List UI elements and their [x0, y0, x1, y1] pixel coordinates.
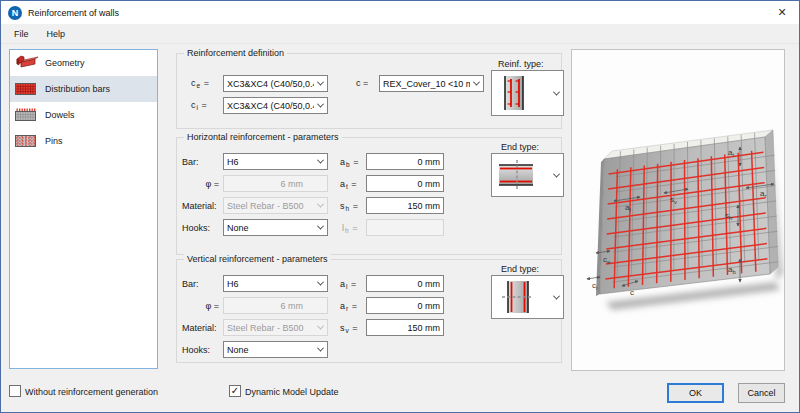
ce-combobox[interactable]: XC3&XC4 (C40/50,0.4 [223, 75, 328, 92]
without-reinforcement-label: Without reinforcement generation [25, 387, 158, 397]
dowels-icon [14, 106, 38, 124]
reinf-type-label: Reinf. type: [498, 59, 544, 69]
chevron-down-icon[interactable] [314, 342, 327, 357]
chevron-down-icon[interactable] [314, 76, 327, 91]
material-label: Material: [182, 201, 217, 211]
bar-label: Bar: [182, 157, 199, 167]
group-title: Vertical reinforcement - parameters [184, 254, 331, 264]
sh-field[interactable]: 150 mm [366, 197, 444, 214]
sidebar-item-label: Distribution bars [45, 84, 110, 94]
sidebar-item-geometry[interactable]: Geometry [10, 50, 157, 76]
window-title: Reinforcement of walls [28, 8, 119, 18]
c-label: c = [356, 78, 368, 88]
hooks-label: Hooks: [182, 345, 210, 355]
sidebar-item-pins[interactable]: Pins [10, 128, 157, 154]
sv-label: sv = [340, 323, 358, 333]
menu-help[interactable]: Help [38, 27, 75, 41]
chevron-down-icon [314, 320, 327, 335]
check-icon: ✓ [231, 386, 239, 396]
chevron-down-icon[interactable] [550, 276, 563, 318]
chevron-down-icon[interactable] [314, 276, 327, 291]
cancel-button[interactable]: Cancel [738, 383, 785, 403]
sh-label: sh = [340, 201, 358, 211]
sidebar-item-label: Pins [45, 136, 63, 146]
ab-field[interactable]: 0 mm [366, 153, 444, 170]
geometry-icon [14, 54, 38, 72]
ci-combobox[interactable]: XC3&XC4 (C40/50,0.4 [223, 97, 328, 114]
without-reinforcement-checkbox[interactable] [9, 385, 21, 397]
v-bar-combobox[interactable]: H6 [223, 275, 328, 292]
v-material-combobox: Steel Rebar - B500 [223, 319, 328, 336]
ce-label: ce = [191, 78, 209, 88]
sidebar-item-distribution-bars[interactable]: Distribution bars [10, 76, 157, 102]
h-end-type-label: End type: [501, 142, 539, 152]
h-phi-field: 6 mm [223, 175, 328, 192]
chevron-down-icon[interactable] [550, 154, 563, 196]
ar-label: ar = [340, 301, 357, 311]
at-label: at = [340, 179, 357, 189]
distribution-bars-icon [14, 80, 38, 98]
phi-label: φ = [182, 179, 219, 189]
dynamic-model-update-label: Dynamic Model Update [245, 387, 339, 397]
chevron-down-icon[interactable] [470, 76, 483, 91]
ar-field[interactable]: 0 mm [366, 297, 444, 314]
c-combobox[interactable]: REX_Cover_10 <10 mm [379, 75, 484, 92]
dynamic-model-update-checkbox[interactable]: ✓ [229, 385, 241, 397]
chevron-down-icon[interactable] [314, 154, 327, 169]
al-label: al = [340, 279, 356, 289]
reinforcement-dialog: N Reinforcement of walls ✕ File Help Geo… [0, 0, 800, 413]
ann-c: c [630, 288, 634, 297]
h-material-combobox: Steel Rebar - B500 [223, 197, 328, 214]
at-field[interactable]: 0 mm [366, 175, 444, 192]
al-field[interactable]: 0 mm [366, 275, 444, 292]
app-icon: N [8, 6, 22, 20]
preview-viewport[interactable]: at ar sv al sh ab ce ci c [571, 49, 785, 371]
lh-field [366, 219, 444, 236]
lh-label: lh = [342, 223, 357, 233]
group-title: Horizontal reinforcement - parameters [184, 132, 342, 142]
hooks-label: Hooks: [182, 223, 210, 233]
v-phi-field: 6 mm [223, 297, 328, 314]
h-hooks-combobox[interactable]: None [223, 219, 328, 236]
reinf-type-combobox[interactable] [491, 70, 564, 116]
reinf-type-icon [500, 75, 528, 111]
ok-button[interactable]: OK [667, 383, 724, 403]
ci-label: ci = [191, 100, 207, 110]
wall-3d-preview: at ar sv al sh ab ce ci c [572, 50, 784, 370]
sidebar-item-label: Geometry [45, 58, 85, 68]
v-end-type-label: End type: [501, 264, 539, 274]
phi-label: φ = [182, 301, 219, 311]
menu-bar: File Help [1, 24, 799, 44]
material-label: Material: [182, 323, 217, 333]
title-bar: N Reinforcement of walls ✕ [1, 1, 799, 24]
menu-file[interactable]: File [5, 27, 38, 41]
chevron-down-icon[interactable] [550, 71, 563, 115]
ab-label: ab = [340, 157, 358, 167]
v-hooks-combobox[interactable]: None [223, 341, 328, 358]
group-title: Reinforcement definition [184, 48, 287, 58]
v-end-type-icon [500, 278, 534, 316]
pins-icon [14, 132, 38, 150]
close-icon[interactable]: ✕ [765, 1, 799, 24]
h-end-type-icon [496, 159, 536, 191]
sidebar-item-label: Dowels [45, 110, 75, 120]
chevron-down-icon[interactable] [314, 220, 327, 235]
chevron-down-icon [314, 198, 327, 213]
v-end-type-combobox[interactable] [491, 275, 564, 319]
h-end-type-combobox[interactable] [491, 153, 564, 197]
bar-label: Bar: [182, 279, 199, 289]
chevron-down-icon[interactable] [314, 98, 327, 113]
category-list: Geometry Distribution bars [9, 49, 158, 369]
sidebar-item-dowels[interactable]: Dowels [10, 102, 157, 128]
h-bar-combobox[interactable]: H6 [223, 153, 328, 170]
sv-field[interactable]: 150 mm [366, 319, 444, 336]
